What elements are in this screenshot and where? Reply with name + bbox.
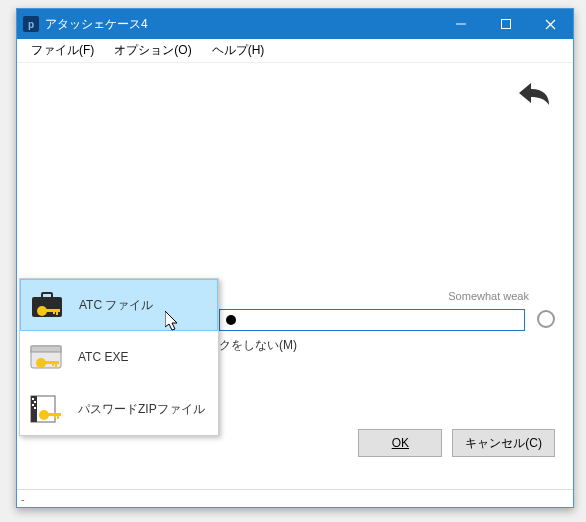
ok-button[interactable]: OK bbox=[358, 429, 442, 457]
maximize-button[interactable] bbox=[483, 9, 528, 39]
maximize-icon bbox=[501, 19, 511, 29]
svg-rect-25 bbox=[54, 413, 56, 418]
svg-rect-11 bbox=[31, 346, 61, 352]
svg-rect-20 bbox=[32, 404, 34, 406]
minimize-icon bbox=[456, 19, 466, 29]
statusbar: - bbox=[17, 489, 573, 507]
svg-rect-5 bbox=[42, 293, 52, 298]
password-input[interactable] bbox=[219, 309, 525, 331]
svg-rect-8 bbox=[56, 309, 58, 315]
mask-checkbox-label-partial[interactable]: クをしない(M) bbox=[219, 337, 297, 354]
svg-point-6 bbox=[37, 306, 47, 316]
titlebar: p アタッシェケース4 bbox=[17, 9, 573, 39]
format-popup-menu: ATC ファイル ATC EXE bbox=[19, 278, 219, 436]
svg-rect-19 bbox=[34, 401, 36, 403]
cancel-button[interactable]: キャンセル(C) bbox=[452, 429, 555, 457]
app-title: アタッシェケース4 bbox=[45, 16, 438, 33]
svg-rect-24 bbox=[57, 413, 59, 419]
back-arrow-icon bbox=[513, 77, 553, 111]
strength-indicator-icon bbox=[537, 310, 555, 328]
svg-point-12 bbox=[36, 358, 46, 368]
svg-rect-21 bbox=[34, 407, 36, 409]
content-area: Somewhat weak クをしない(M) bbox=[17, 63, 573, 489]
close-icon bbox=[545, 19, 556, 30]
briefcase-key-icon bbox=[29, 289, 67, 321]
format-option-label: パスワードZIPファイル bbox=[78, 401, 205, 418]
format-option-zip[interactable]: パスワードZIPファイル bbox=[20, 383, 218, 435]
svg-rect-18 bbox=[32, 398, 34, 400]
zip-key-icon bbox=[28, 393, 66, 425]
format-option-atc-file[interactable]: ATC ファイル bbox=[20, 279, 218, 331]
menu-help[interactable]: ヘルプ(H) bbox=[202, 39, 275, 62]
menu-file[interactable]: ファイル(F) bbox=[21, 39, 104, 62]
menubar: ファイル(F) オプション(O) ヘルプ(H) bbox=[17, 39, 573, 63]
app-window: p アタッシェケース4 ファイル(F) オプション(O) ヘルプ(H) Some… bbox=[16, 8, 574, 508]
window-controls bbox=[438, 9, 573, 39]
format-option-label: ATC ファイル bbox=[79, 297, 153, 314]
password-mask-dot bbox=[226, 315, 236, 325]
svg-rect-15 bbox=[52, 361, 54, 366]
format-option-label: ATC EXE bbox=[78, 350, 128, 364]
svg-rect-14 bbox=[55, 361, 57, 367]
app-icon: p bbox=[23, 16, 39, 32]
svg-rect-1 bbox=[501, 20, 510, 29]
menu-option[interactable]: オプション(O) bbox=[104, 39, 201, 62]
svg-rect-9 bbox=[53, 309, 55, 314]
minimize-button[interactable] bbox=[438, 9, 483, 39]
close-button[interactable] bbox=[528, 9, 573, 39]
dialog-buttons: OK キャンセル(C) bbox=[358, 429, 555, 457]
back-button[interactable] bbox=[513, 77, 553, 111]
password-strength-label: Somewhat weak bbox=[448, 290, 529, 302]
exe-key-icon bbox=[28, 341, 66, 373]
format-option-atc-exe[interactable]: ATC EXE bbox=[20, 331, 218, 383]
svg-point-22 bbox=[39, 410, 49, 420]
statusbar-text: - bbox=[21, 493, 25, 505]
